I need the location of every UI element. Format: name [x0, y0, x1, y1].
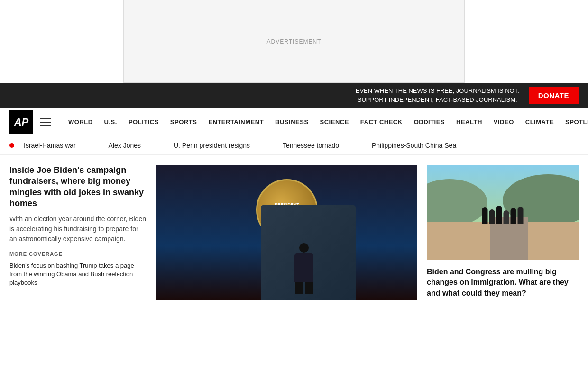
figure-head	[299, 243, 309, 253]
figure-legs	[292, 282, 316, 294]
hamburger-menu[interactable]	[40, 118, 51, 126]
right-article-image[interactable]	[427, 165, 579, 260]
person-6	[518, 207, 524, 224]
breaking-news-ticker: Israel-Hamas war Alex Jones U. Penn pres…	[0, 136, 588, 155]
sub-article-link[interactable]: Biden's focus on bashing Trump takes a p…	[9, 262, 147, 288]
ticker-items: Israel-Hamas war Alex Jones U. Penn pres…	[24, 141, 470, 150]
figure-leg-left	[295, 282, 303, 294]
ticker-item-philippines[interactable]: Philippines-South China Sea	[372, 142, 470, 149]
figure	[292, 243, 316, 290]
nav-item-us[interactable]: U.S.	[99, 108, 123, 136]
ticker-item-alex-jones[interactable]: Alex Jones	[109, 142, 155, 149]
ticker-item-upenn[interactable]: U. Penn president resigns	[174, 142, 264, 149]
hamburger-line2	[40, 122, 51, 123]
ad-label: ADVERTISEMENT	[267, 38, 322, 45]
left-column: Inside Joe Biden's campaign fundraisers,…	[9, 165, 147, 300]
center-column: PRESIDENTOF THEUNITED STATES	[156, 165, 417, 300]
right-article-title[interactable]: Biden and Congress are mulling big chang…	[427, 267, 579, 298]
left-article-summary: With an election year around the corner,…	[9, 214, 147, 244]
left-article-title[interactable]: Inside Joe Biden's campaign fundraisers,…	[9, 165, 147, 209]
journalism-bar: EVEN WHEN THE NEWS IS FREE, JOURNALISM I…	[0, 83, 588, 108]
nav-item-video[interactable]: VIDEO	[488, 108, 520, 136]
figure-body	[294, 253, 313, 282]
nav-item-sports[interactable]: SPORTS	[165, 108, 202, 136]
figure-leg-right	[305, 282, 313, 294]
ticker-sep1	[90, 141, 94, 150]
person-5	[511, 208, 516, 224]
more-coverage-label: MORE COVERAGE	[9, 251, 147, 257]
ticker-sep3	[264, 141, 268, 150]
journalism-line1: EVEN WHEN THE NEWS IS FREE, JOURNALISM I…	[356, 87, 519, 95]
nav-items: WORLD U.S. POLITICS SPORTS ENTERTAINMENT…	[63, 108, 588, 136]
ticker-item-israel-hamas[interactable]: Israel-Hamas war	[24, 142, 90, 149]
hamburger-line3	[40, 125, 51, 126]
person-2	[489, 209, 495, 224]
donate-button[interactable]: DONATE	[529, 87, 579, 104]
ticker-sep2	[155, 141, 159, 150]
nav-item-spotlight[interactable]: SPOTLIGHT	[560, 108, 588, 136]
people-group	[482, 206, 524, 224]
advertisement-banner: ADVERTISEMENT	[123, 0, 465, 83]
main-content: Inside Joe Biden's campaign fundraisers,…	[0, 155, 588, 309]
navbar: AP WORLD U.S. POLITICS SPORTS ENTERTAINM…	[0, 108, 588, 136]
right-column: Biden and Congress are mulling big chang…	[427, 165, 579, 300]
nav-item-entertainment[interactable]: ENTERTAINMENT	[202, 108, 269, 136]
journalism-line2: SUPPORT INDEPENDENT, FACT-BASED JOURNALI…	[356, 96, 519, 104]
nav-item-fact-check[interactable]: FACT CHECK	[355, 108, 408, 136]
nav-item-business[interactable]: BUSINESS	[269, 108, 314, 136]
person-4	[504, 210, 509, 224]
nav-item-climate[interactable]: CLIMATE	[520, 108, 560, 136]
person-1	[482, 207, 488, 224]
nav-item-politics[interactable]: POLITICS	[123, 108, 165, 136]
person-3	[496, 206, 502, 224]
nav-item-science[interactable]: SCIENCE	[314, 108, 355, 136]
center-article-image[interactable]: PRESIDENTOF THEUNITED STATES	[156, 165, 417, 300]
ap-logo[interactable]: AP	[9, 110, 33, 134]
nav-item-oddities[interactable]: ODDITIES	[408, 108, 450, 136]
nav-item-health[interactable]: HEALTH	[450, 108, 488, 136]
hamburger-line1	[40, 118, 51, 119]
ticker-item-tennessee-tornado[interactable]: Tennessee tornado	[283, 142, 353, 149]
ticker-dot	[9, 143, 14, 148]
nav-item-world[interactable]: WORLD	[63, 108, 99, 136]
journalism-message: EVEN WHEN THE NEWS IS FREE, JOURNALISM I…	[356, 87, 519, 104]
ticker-sep4	[353, 141, 358, 150]
